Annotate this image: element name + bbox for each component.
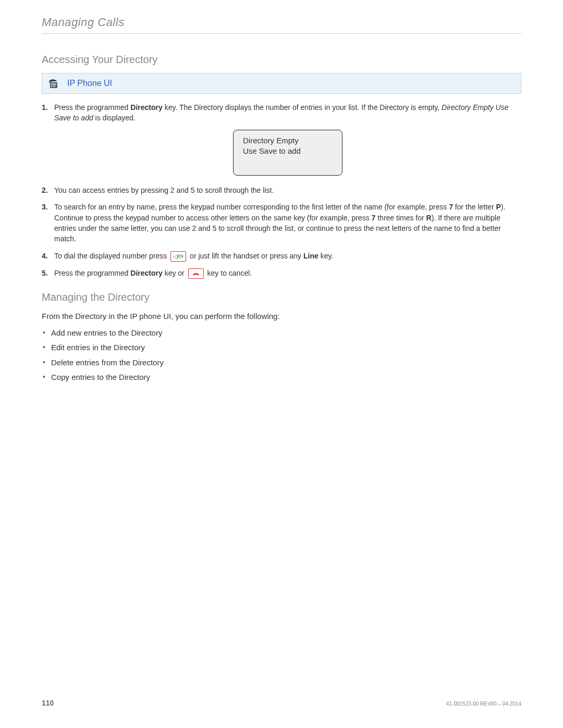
bullet-item: Delete entries from the Directory — [42, 357, 521, 369]
doc-revision: 41-001523-00 REV00 – 04.2014 — [446, 701, 521, 707]
section-managing-directory: Managing the Directory — [42, 291, 521, 303]
bullet-list: Add new entries to the Directory Edit en… — [42, 327, 521, 384]
step-1: Press the programmed Directory key. The … — [42, 102, 521, 176]
section-accessing-directory: Accessing Your Directory — [42, 54, 521, 66]
footer: 110 41-001523-00 REV00 – 04.2014 — [42, 699, 521, 707]
page-number: 110 — [42, 699, 54, 707]
display-line-1: Directory Empty — [243, 135, 329, 146]
bullet-item: Edit entries in the Directory — [42, 342, 521, 354]
step-2: You can access entries by pressing 2 and… — [42, 185, 521, 195]
steps-list: Press the programmed Directory key. The … — [42, 102, 521, 279]
phone-display-box: Directory Empty Use Save to add — [233, 130, 342, 176]
step-5: Press the programmed Directory key or ke… — [42, 268, 521, 279]
display-line-2: Use Save to add — [243, 146, 329, 156]
ip-phone-ui-callout: IP Phone UI — [42, 73, 521, 94]
end-call-key-icon — [188, 268, 204, 279]
step-3: To search for an entry by name, press th… — [42, 202, 521, 244]
svg-rect-3 — [53, 86, 54, 87]
callout-label: IP Phone UI — [67, 79, 112, 88]
bullet-item: Add new entries to the Directory — [42, 327, 521, 339]
phone-icon — [47, 77, 61, 90]
svg-rect-4 — [54, 86, 55, 87]
section2-intro: From the Directory in the IP phone UI, y… — [42, 311, 521, 322]
bullet-item: Copy entries to the Directory — [42, 372, 521, 384]
step-4: To dial the displayed number press ◁/⟳ o… — [42, 251, 521, 262]
speaker-key-icon: ◁/⟳ — [170, 251, 186, 262]
running-head: Managing Calls — [42, 16, 521, 34]
svg-rect-2 — [51, 86, 52, 87]
svg-rect-1 — [51, 83, 56, 85]
